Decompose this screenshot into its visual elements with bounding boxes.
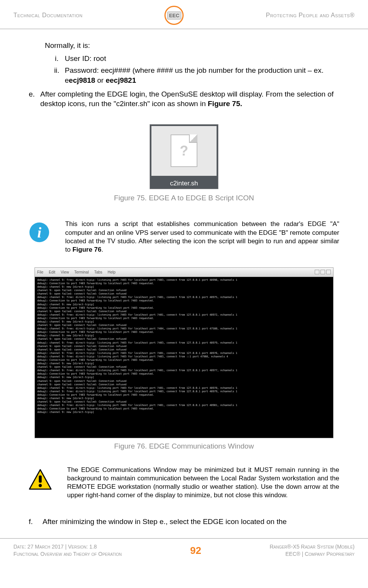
maximize-button[interactable]	[320, 270, 325, 274]
figure-75: ? c2inter.sh Figure 75. EDGE A to EDGE B…	[29, 124, 339, 203]
marker: e.	[29, 89, 40, 109]
roman-list: i. User ID: root ii. Password: eecj#### …	[49, 54, 339, 85]
intro-text: Normally, it is:	[45, 41, 339, 51]
page-footer: Date: 27 March 2017 | Version: 1.8 Funct…	[0, 538, 368, 568]
figure-caption: Figure 75. EDGE A to EDGE B Script ICON	[29, 193, 339, 203]
terminal-output: debug1: channel 9: free: direct-tcpip: l…	[35, 277, 333, 438]
item-text: Password: eecj#### (where #### us the jo…	[65, 66, 339, 85]
svg-rect-3	[39, 475, 42, 483]
content-area: Normally, it is: i. User ID: root ii. Pa…	[0, 29, 368, 203]
menu-file[interactable]: File	[37, 270, 43, 274]
warning-text: The EDGE Communications Window may be mi…	[67, 466, 339, 500]
content-continued: f. After minimizing the window in Step e…	[0, 513, 368, 527]
list-item: ii. Password: eecj#### (where #### us th…	[49, 66, 339, 85]
item-text: After completing the EDGE login, the Ope…	[40, 89, 339, 109]
figure-76: File Edit View Terminal Tabs Help debug1…	[0, 267, 368, 450]
footer-left: Date: 27 March 2017 | Version: 1.8 Funct…	[13, 543, 122, 558]
menu-help[interactable]: Help	[108, 270, 116, 274]
terminal-titlebar: File Edit View Terminal Tabs Help	[35, 268, 333, 277]
minimize-button[interactable]	[315, 270, 319, 274]
terminal-menubar: File Edit View Terminal Tabs Help	[37, 270, 115, 274]
menu-tabs[interactable]: Tabs	[94, 270, 102, 274]
warning-icon	[29, 469, 52, 490]
list-item: e. After completing the EDGE login, the …	[29, 89, 339, 109]
info-note: i This icon runs a script that establish…	[0, 220, 368, 254]
thumb-label: c2inter.sh	[151, 176, 217, 188]
item-text: After minimizing the window in Step e., …	[43, 517, 339, 527]
footer-right: Ranger®-X5 Radar System (Mobile) EEC® | …	[269, 543, 355, 558]
desktop-icon-thumb: ? c2inter.sh	[150, 124, 219, 189]
thumb-inner: ?	[151, 126, 217, 176]
marker: i.	[49, 54, 65, 64]
menu-terminal[interactable]: Terminal	[74, 270, 89, 274]
document-icon: ?	[171, 134, 197, 167]
svg-text:i: i	[37, 225, 41, 241]
terminal-window: File Edit View Terminal Tabs Help debug1…	[34, 267, 334, 438]
marker: ii.	[49, 66, 65, 85]
alpha-list-f: f. After minimizing the window in Step e…	[29, 517, 339, 527]
question-mark-icon: ?	[180, 142, 188, 161]
warning-note: The EDGE Communications Window may be mi…	[0, 466, 368, 500]
menu-view[interactable]: View	[61, 270, 69, 274]
alpha-list: e. After completing the EDGE login, the …	[29, 89, 339, 109]
header-left: Technical Documentation	[13, 12, 82, 19]
marker: f.	[29, 517, 43, 527]
svg-point-4	[39, 484, 42, 487]
menu-edit[interactable]: Edit	[49, 270, 55, 274]
info-icon: i	[29, 222, 50, 243]
figure-caption: Figure 76. EDGE Communications Window	[0, 442, 368, 450]
close-button[interactable]	[326, 270, 331, 274]
item-text: User ID: root	[65, 54, 339, 64]
info-text: This icon runs a script that establishes…	[65, 220, 339, 254]
list-item: f. After minimizing the window in Step e…	[29, 517, 339, 527]
window-controls	[315, 270, 331, 274]
header-right: Protecting People and Assets®	[266, 12, 355, 19]
page-number: 92	[190, 545, 201, 557]
list-item: i. User ID: root	[49, 54, 339, 64]
logo-icon: EEC	[164, 6, 184, 25]
page-header: Technical Documentation EEC Protecting P…	[0, 0, 368, 29]
